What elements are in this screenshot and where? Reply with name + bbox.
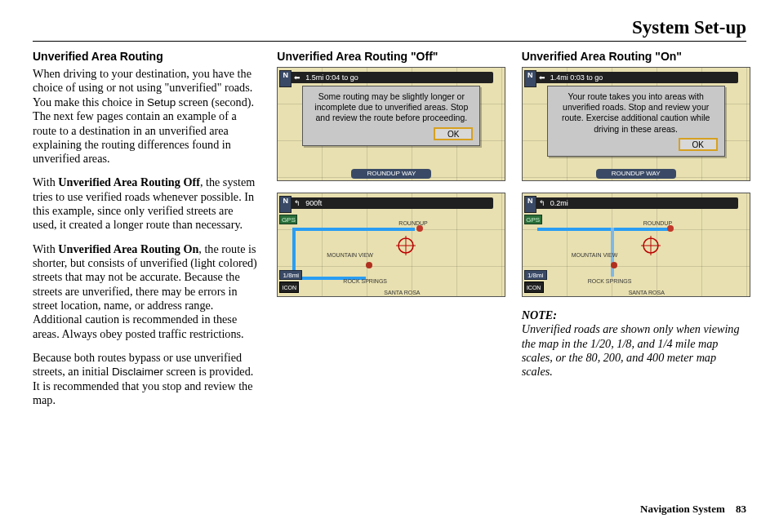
on-dialog-text: Your route takes you into areas with unv… (562, 91, 710, 133)
col1-p3b: , the route is shorter, but consists of … (33, 242, 257, 340)
on-street-label: ROUNDUP WAY (596, 169, 676, 179)
on-dialog: Your route takes you into areas with unv… (547, 86, 725, 157)
destination-marker (416, 225, 423, 232)
arrow-icon: ⬅ (294, 72, 300, 83)
label-rosa: SANTA ROSA (384, 290, 420, 295)
col1-p4: Because both routes bypass or use unveri… (33, 351, 257, 407)
route-segment (537, 228, 668, 231)
col1-p2a: With (33, 175, 58, 188)
compass-icon: N (279, 70, 292, 87)
label-rosa: SANTA ROSA (629, 290, 665, 295)
waypoint-marker (366, 262, 372, 268)
scale-badge: 1/8mi (279, 270, 302, 280)
crosshair-icon (396, 236, 416, 255)
col1-heading: Unverified Area Routing (33, 50, 257, 64)
col1-p2-bold: Unverified Area Routing Off (58, 175, 200, 188)
label-roundup: ROUNDUP (643, 220, 672, 226)
gps-badge: GPS (524, 215, 542, 224)
on-topbar: ⬅ 1.4mi 0:03 to go (534, 72, 738, 83)
arrow-icon: ↰ (294, 197, 300, 209)
off-screenshot-map: N GPS ↰ 900ft 1/8mi ICON ROUNDUP MOUNTAI… (277, 193, 505, 297)
compass-icon: N (279, 196, 292, 213)
compass-icon: N (524, 196, 536, 213)
label-mtn: MOUNTAIN VIEW (572, 252, 618, 258)
setup-word: Setup (147, 96, 176, 109)
gps-badge: GPS (279, 215, 297, 224)
col1-p1: When driving to your destination, you ha… (33, 67, 257, 166)
label-rock: ROCK SPRINGS (588, 278, 632, 284)
col1-p3: With Unverified Area Routing On, the rou… (33, 242, 257, 341)
off-ok-button[interactable]: OK (434, 127, 473, 140)
icon-badge: ICON (279, 282, 299, 293)
off-topbar-text: 1.5mi 0:04 to go (305, 72, 358, 83)
note-body: Unverified roads are shown only when vie… (522, 322, 740, 378)
destination-marker (667, 225, 674, 232)
disclaimer-word: Disclaimer (112, 366, 163, 378)
off-map-topbar-text: 900ft (305, 197, 322, 209)
footer-page: 83 (736, 503, 746, 515)
col-2: Unverified Area Routing "Off" N ⬅ 1.5mi … (277, 50, 501, 417)
on-map-topbar: ↰ 0.2mi (534, 197, 738, 209)
route-segment (292, 228, 415, 231)
scale-badge: 1/8mi (524, 270, 547, 280)
note: NOTE: Unverified roads are shown only wh… (522, 308, 746, 379)
col1-p3a: With (33, 242, 58, 255)
columns: Unverified Area Routing When driving to … (33, 50, 746, 417)
on-screenshot-dialog: N ⬅ 1.4mi 0:03 to go Your route takes yo… (522, 67, 750, 181)
arrow-icon: ⬅ (539, 72, 545, 83)
off-topbar: ⬅ 1.5mi 0:04 to go (289, 72, 493, 83)
off-dialog-text: Some routing may be slightly longer or i… (314, 91, 468, 122)
label-roundup: ROUNDUP (398, 220, 427, 226)
crosshair-icon (641, 236, 661, 255)
off-dialog: Some routing may be slightly longer or i… (302, 86, 480, 145)
footer-label: Navigation System (640, 503, 725, 515)
off-screenshot-dialog: N ⬅ 1.5mi 0:04 to go Some routing may be… (277, 67, 505, 181)
on-screenshot-map: N GPS ↰ 0.2mi 1/8mi ICON ROUNDUP MOUNTAI… (522, 193, 750, 297)
off-street-label: ROUNDUP WAY (351, 169, 431, 179)
waypoint-marker (611, 262, 617, 268)
col-3: Unverified Area Routing "On" N ⬅ 1.4mi 0… (522, 50, 746, 417)
page-title: System Set-up (33, 16, 746, 42)
footer: Navigation System 83 (640, 503, 746, 516)
on-map-topbar-text: 0.2mi (550, 197, 568, 209)
col3-heading: Unverified Area Routing "On" (522, 50, 746, 64)
on-ok-button[interactable]: OK (679, 138, 718, 151)
col1-p3-bold: Unverified Area Routing On (58, 242, 198, 255)
label-rock: ROCK SPRINGS (343, 278, 387, 284)
col1-p2: With Unverified Area Routing Off, the sy… (33, 175, 257, 232)
icon-badge: ICON (524, 282, 544, 293)
col-1: Unverified Area Routing When driving to … (33, 50, 257, 417)
on-topbar-text: 1.4mi 0:03 to go (550, 72, 603, 83)
compass-icon: N (524, 70, 536, 87)
note-label: NOTE: (522, 308, 557, 321)
col2-heading: Unverified Area Routing "Off" (277, 50, 501, 64)
label-mtn: MOUNTAIN VIEW (327, 252, 373, 258)
arrow-icon: ↰ (539, 197, 545, 209)
off-map-topbar: ↰ 900ft (289, 197, 493, 209)
